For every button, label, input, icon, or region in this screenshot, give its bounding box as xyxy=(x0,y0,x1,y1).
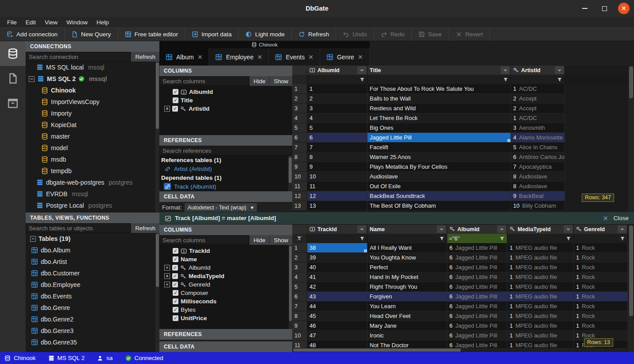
data-cell[interactable]: Hand In My Pocket xyxy=(367,272,447,282)
data-cell[interactable]: 5Alice In Chains xyxy=(511,143,565,152)
column-menu-button[interactable] xyxy=(564,225,572,233)
row-number[interactable]: 10 xyxy=(292,172,307,182)
horizontal-scrollbar[interactable] xyxy=(292,348,628,352)
row-number[interactable]: 3 xyxy=(292,104,307,113)
filter-input-artistid[interactable] xyxy=(511,76,556,83)
data-cell[interactable]: 1MPEG audio file xyxy=(507,302,574,311)
column-item-genreid[interactable]: +✓GenreId xyxy=(159,280,292,289)
menu-view[interactable]: View xyxy=(40,19,62,26)
data-cell[interactable]: 6Antônio Carlos Jobim xyxy=(511,152,565,162)
columns-show-button[interactable]: Show xyxy=(269,76,292,86)
data-cell[interactable]: All I Really Want xyxy=(367,243,447,253)
selection-handle[interactable] xyxy=(364,249,367,252)
connection-item-msdb[interactable]: msdb xyxy=(26,154,159,165)
data-cell[interactable]: 9BackBeat xyxy=(511,191,565,201)
table-item-dbo-album[interactable]: dbo.Album xyxy=(26,244,159,256)
data-cell[interactable]: 44 xyxy=(307,302,367,311)
tab-close-icon[interactable]: ✕ xyxy=(257,54,263,61)
column-menu-button[interactable] xyxy=(555,66,564,74)
widget-archive-tile[interactable] xyxy=(0,91,26,116)
column-item-milliseconds[interactable]: ✓Milliseconds xyxy=(159,297,292,306)
vertical-scrollbar[interactable] xyxy=(628,66,634,212)
data-cell[interactable]: 1Rock xyxy=(574,282,628,292)
data-cell[interactable]: Audioslave xyxy=(367,172,511,182)
data-cell[interactable]: 8Audioslave xyxy=(511,172,565,182)
column-item-bytes[interactable]: ✓Bytes xyxy=(159,306,292,314)
column-item-albumid[interactable]: ✓1AlbumId xyxy=(159,88,292,96)
column-checkbox[interactable]: ✓ xyxy=(173,298,178,304)
data-cell[interactable]: 6Jagged Little Pill xyxy=(447,243,507,253)
row-number[interactable]: 11 xyxy=(292,182,307,191)
expand-toggle[interactable]: + xyxy=(164,106,170,112)
data-cell[interactable]: 1Rock xyxy=(574,321,628,331)
reference-link-track-albumid-[interactable]: Track (AlbumId) xyxy=(159,182,292,191)
column-item-albumid[interactable]: +✓AlbumId xyxy=(159,263,292,272)
table-item-dbo-genre35[interactable]: dbo.Genre35 xyxy=(26,337,159,348)
widget-file-tile[interactable] xyxy=(0,66,26,91)
column-header-artistid[interactable]: ArtistId xyxy=(511,66,565,75)
menu-file[interactable]: File xyxy=(3,19,21,26)
row-number[interactable]: 10 xyxy=(292,331,307,341)
data-cell[interactable]: You Learn xyxy=(367,302,447,311)
minimize-button[interactable] xyxy=(579,3,591,14)
data-cell[interactable]: 5 xyxy=(307,123,367,133)
tables-group-tables-19-[interactable]: −Tables (19) xyxy=(26,233,159,244)
filter-funnel-icon[interactable] xyxy=(564,236,572,241)
filter-input-mediatypeid[interactable] xyxy=(507,235,564,242)
references-scrollbar[interactable] xyxy=(288,155,292,191)
column-item-trackid[interactable]: ✓1TrackId xyxy=(159,247,292,255)
toolbar-add-connection-button[interactable]: Add connection xyxy=(0,28,65,41)
data-cell[interactable]: 10Billy Cobham xyxy=(511,201,565,211)
data-cell[interactable]: 43 xyxy=(307,292,367,302)
data-cell[interactable]: 6Jagged Little Pill xyxy=(447,253,507,263)
column-item-mediatypeid[interactable]: +✓MediaTypeId xyxy=(159,272,292,280)
data-cell[interactable]: 1Rock xyxy=(574,311,628,321)
data-cell[interactable]: Big Ones xyxy=(367,123,511,133)
data-cell[interactable]: 7Apocalyptica xyxy=(511,162,565,172)
column-checkbox[interactable]: ✓ xyxy=(173,248,178,254)
data-cell[interactable]: 38 xyxy=(307,243,367,253)
table-item-dbo-employee[interactable]: dbo.Employee xyxy=(26,279,159,290)
reference-close-icon[interactable]: ✕ xyxy=(603,215,608,222)
data-cell[interactable]: 1Rock xyxy=(574,272,628,282)
column-checkbox[interactable]: ✓ xyxy=(172,282,178,287)
data-cell[interactable]: 12 xyxy=(307,191,367,201)
connections-search-input[interactable] xyxy=(26,52,131,62)
filter-funnel-icon[interactable] xyxy=(358,77,366,82)
reference-close-button[interactable]: Close xyxy=(613,215,629,221)
column-item-composer[interactable]: ✓Composer xyxy=(159,289,292,297)
tables-scrollbar[interactable] xyxy=(155,233,159,352)
row-number[interactable]: 4 xyxy=(292,272,307,282)
data-cell[interactable]: 1Rock xyxy=(574,302,628,311)
data-cell[interactable]: 6Jagged Little Pill xyxy=(447,282,507,292)
filter-funnel-icon[interactable] xyxy=(556,77,564,82)
widget-database-tile[interactable] xyxy=(0,41,26,66)
data-cell[interactable]: 40 xyxy=(307,263,367,272)
data-cell[interactable]: 41 xyxy=(307,272,367,282)
connections-scrollbar[interactable] xyxy=(155,62,159,213)
connections-refresh-button[interactable]: Refresh xyxy=(131,52,159,62)
column-item-name[interactable]: ✓Name xyxy=(159,255,292,263)
filter-funnel-icon[interactable] xyxy=(619,236,626,241)
data-cell[interactable]: 1MPEG audio file xyxy=(507,243,574,253)
data-cell[interactable]: Balls to the Wall xyxy=(367,94,511,104)
column-checkbox[interactable]: ✓ xyxy=(173,256,178,262)
data-cell[interactable]: Out Of Exile xyxy=(367,182,511,191)
connection-item-chinook[interactable]: Chinook xyxy=(26,85,159,96)
menu-help[interactable]: Help xyxy=(92,19,113,26)
row-number[interactable]: 6 xyxy=(292,133,307,143)
selection-handle[interactable] xyxy=(507,139,510,142)
table-item-dbo-genre2[interactable]: dbo.Genre2 xyxy=(26,314,159,325)
tables-refresh-button[interactable]: Refresh xyxy=(131,223,159,233)
data-cell[interactable]: 2Accept xyxy=(511,104,565,113)
data-cell[interactable]: 1MPEG audio file xyxy=(507,282,574,292)
album-columns-search-input[interactable] xyxy=(159,76,249,86)
connection-item-evrdb[interactable]: EVRDBmssql xyxy=(26,188,159,200)
column-menu-button[interactable] xyxy=(618,225,626,233)
filter-funnel-icon[interactable] xyxy=(498,236,506,241)
format-select[interactable]: Autodetect - Text (wrap)▾ xyxy=(185,203,257,212)
data-cell[interactable]: 6Jagged Little Pill xyxy=(447,302,507,311)
filter-input-albumid[interactable] xyxy=(447,235,498,242)
grid-corner-cell[interactable] xyxy=(292,225,307,234)
data-cell[interactable]: 1Rock xyxy=(574,263,628,272)
